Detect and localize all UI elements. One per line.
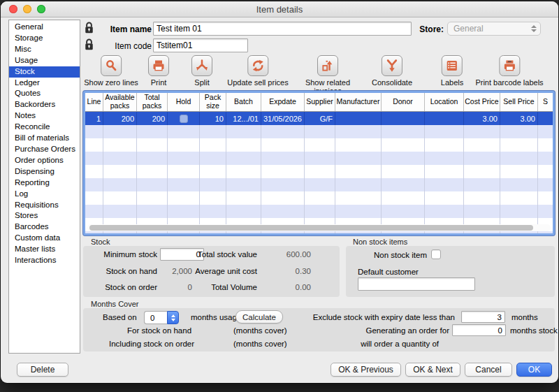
col-header-available-packs[interactable]: Available packs xyxy=(103,93,137,111)
ok-next-button[interactable]: OK & Next xyxy=(405,363,460,377)
refresh-icon xyxy=(247,55,268,76)
title-bar: Item details xyxy=(1,1,558,17)
table-header: Line Available packs Total packs Hold Pa… xyxy=(85,93,553,112)
stock-on-order-label: Stock on order xyxy=(87,283,157,291)
show-zero-lines-button[interactable]: Show zero lines xyxy=(84,55,138,87)
table-empty-row xyxy=(85,165,553,178)
label-grid-icon xyxy=(442,55,463,76)
item-code-input[interactable] xyxy=(153,38,248,52)
non-stock-item-checkbox[interactable] xyxy=(431,249,441,259)
non-stock-group-label: Non stock items xyxy=(353,238,407,246)
total-stock-value: 600.00 xyxy=(276,250,311,259)
calculate-button[interactable]: Calculate xyxy=(235,310,283,324)
table-empty-row xyxy=(85,191,553,205)
sidebar-item-dispensing[interactable]: Dispensing xyxy=(9,166,80,177)
sidebar-item-ledger[interactable]: Ledger xyxy=(9,78,80,89)
table-empty-row xyxy=(85,125,553,138)
col-header-manufacturer[interactable]: Manufacturer xyxy=(335,93,382,111)
col-header-cost-price[interactable]: Cost Price xyxy=(464,93,500,111)
including-stock-label: Including stock on order xyxy=(109,340,194,348)
printer-icon xyxy=(148,55,169,76)
scrollbar-thumb[interactable] xyxy=(89,225,533,231)
sidebar-item-reconcile[interactable]: Reconcile xyxy=(9,122,80,133)
default-customer-input[interactable] xyxy=(358,277,475,291)
generating-order-input[interactable] xyxy=(452,324,506,336)
average-unit-cost-label: Average unit cost xyxy=(187,267,257,275)
store-select[interactable]: General xyxy=(447,22,541,36)
print-button[interactable]: Print xyxy=(148,55,169,87)
chevron-updown-icon xyxy=(531,25,537,32)
table-row-selected[interactable]: 1 200 200 10 12.../01 31/05/2026 G/F 3.0… xyxy=(85,112,553,125)
including-stock-hint: (months cover) xyxy=(233,340,287,348)
sidebar-item-purchase-orders[interactable]: Purchase Orders xyxy=(9,144,80,155)
update-sell-prices-button[interactable]: Update sell prices xyxy=(227,55,288,87)
sidebar-item-backorders[interactable]: Backorders xyxy=(9,99,80,110)
lock-icon[interactable] xyxy=(84,38,94,55)
sidebar-item-requisitions[interactable]: Requisitions xyxy=(9,200,80,211)
sidebar-item-log[interactable]: Log xyxy=(9,189,80,200)
col-header-expdate[interactable]: Expdate xyxy=(261,93,305,111)
stock-on-hand-label: Stock on hand xyxy=(87,267,157,275)
col-header-batch[interactable]: Batch xyxy=(226,93,261,111)
show-related-invoices-button[interactable]: Show related invoices xyxy=(297,55,358,96)
item-name-label: Item name xyxy=(97,24,152,34)
item-code-label: Item code xyxy=(97,41,152,51)
col-header-supplier[interactable]: Supplier xyxy=(305,93,335,111)
sidebar-item-general[interactable]: General xyxy=(9,22,80,33)
col-header-s[interactable]: S xyxy=(538,93,553,111)
merge-arrow-icon xyxy=(382,55,402,76)
table-empty-row xyxy=(85,231,553,235)
based-on-value: 0 xyxy=(144,311,167,324)
col-header-donor[interactable]: Donor xyxy=(382,93,425,111)
window-title: Item details xyxy=(1,4,558,15)
col-header-sell-price[interactable]: Sell Price xyxy=(500,93,538,111)
col-header-location[interactable]: Location xyxy=(425,93,464,111)
sidebar-item-misc[interactable]: Misc xyxy=(9,44,80,55)
print-barcode-labels-button[interactable]: Print barcode labels xyxy=(475,55,543,87)
col-header-pack-size[interactable]: Pack size xyxy=(200,93,226,111)
sidebar-item-custom-data[interactable]: Custom data xyxy=(9,233,80,244)
item-name-input[interactable] xyxy=(153,22,412,36)
will-order-label: will order a quantity of xyxy=(336,340,439,348)
consolidate-button[interactable]: Consolidate xyxy=(372,55,412,87)
exclude-expiry-unit: months xyxy=(511,313,538,321)
table-empty-row xyxy=(85,152,553,165)
exclude-expiry-input[interactable] xyxy=(461,311,505,323)
sidebar-item-notes[interactable]: Notes xyxy=(9,110,80,122)
based-on-stepper[interactable]: 0 xyxy=(144,311,179,324)
col-header-line[interactable]: Line xyxy=(85,93,103,111)
generating-order-unit: months stock xyxy=(510,326,558,335)
ok-previous-button[interactable]: OK & Previous xyxy=(331,363,401,377)
sidebar-item-stock[interactable]: Stock xyxy=(9,66,80,78)
col-header-hold[interactable]: Hold xyxy=(168,93,200,111)
lock-icon[interactable] xyxy=(84,21,94,38)
labels-button[interactable]: Labels xyxy=(441,55,463,87)
sidebar-item-reporting[interactable]: Reporting xyxy=(9,177,80,189)
for-stock-on-hand-hint: (months cover) xyxy=(233,326,287,335)
sidebar: GeneralStorageMiscUsageStockLedgerQuotes… xyxy=(8,20,80,354)
store-label: Store: xyxy=(414,24,444,34)
ok-button[interactable]: OK xyxy=(516,363,552,377)
stepper-arrows-icon xyxy=(167,311,179,324)
sidebar-item-storage[interactable]: Storage xyxy=(9,33,80,44)
col-header-total-packs[interactable]: Total packs xyxy=(137,93,168,111)
sidebar-item-stores[interactable]: Stores xyxy=(9,210,80,222)
sidebar-item-interactions[interactable]: Interactions xyxy=(9,255,80,266)
sidebar-item-bill-of-materials[interactable]: Bill of materials xyxy=(9,133,80,144)
delete-button[interactable]: Delete xyxy=(17,363,68,377)
sidebar-item-quotes[interactable]: Quotes xyxy=(9,88,80,99)
sidebar-item-usage[interactable]: Usage xyxy=(9,55,80,66)
sidebar-item-barcodes[interactable]: Barcodes xyxy=(9,222,80,233)
stock-group-label: Stock xyxy=(91,238,110,246)
sidebar-item-master-lists[interactable]: Master lists xyxy=(9,244,80,255)
item-details-window: Item details GeneralStorageMiscUsageStoc… xyxy=(1,1,558,383)
invoice-arrow-icon xyxy=(317,55,338,76)
table-empty-row xyxy=(85,138,553,152)
total-volume-value: 0.00 xyxy=(276,283,311,291)
hold-checkbox[interactable] xyxy=(180,115,188,123)
magnifier-icon xyxy=(101,55,122,76)
split-button[interactable]: Split xyxy=(191,55,212,87)
cancel-button[interactable]: Cancel xyxy=(465,363,512,377)
sidebar-item-order-options[interactable]: Order options xyxy=(9,155,80,166)
default-customer-label: Default customer xyxy=(358,268,419,276)
